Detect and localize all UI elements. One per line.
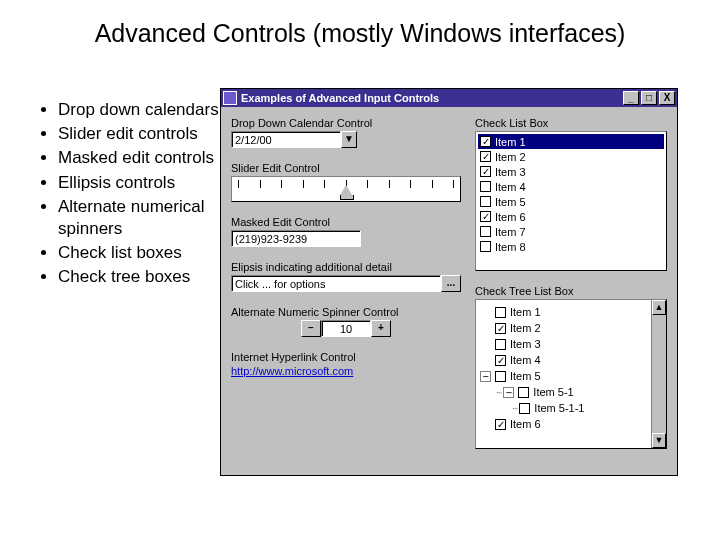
checkbox-icon[interactable]: ✓ bbox=[480, 166, 491, 177]
checklist-item[interactable]: ✓Item 1 bbox=[478, 134, 664, 149]
spinner-section: Alternate Numeric Spinner Control − 10 + bbox=[231, 306, 461, 337]
checklist-item-label: Item 3 bbox=[495, 166, 526, 178]
bullet-item: Check list boxes bbox=[58, 242, 220, 264]
bullet-item: Slider edit controls bbox=[58, 123, 220, 145]
calendar-dropdown-button[interactable]: ▼ bbox=[341, 131, 357, 148]
ellipsis-label: Elipsis indicating additional detail bbox=[231, 261, 461, 273]
checkbox-icon[interactable] bbox=[495, 371, 506, 382]
tree-expander-icon[interactable]: − bbox=[503, 387, 514, 398]
scroll-up-icon[interactable]: ▲ bbox=[652, 300, 666, 315]
checktree-section: Check Tree List Box Item 1✓Item 2Item 3✓… bbox=[475, 285, 667, 449]
tree-connector-icon: ··· bbox=[512, 403, 517, 414]
checklist-item[interactable]: Item 7 bbox=[478, 224, 664, 239]
tree-item[interactable]: ···−Item 5-1 bbox=[480, 384, 662, 400]
calendar-input[interactable]: 2/12/00 bbox=[231, 131, 341, 148]
titlebar[interactable]: Examples of Advanced Input Controls _ □ … bbox=[221, 89, 677, 107]
tree-item-label: Item 1 bbox=[510, 306, 541, 318]
chevron-down-icon: ▼ bbox=[344, 133, 354, 144]
ellipsis-input[interactable]: Click ... for options bbox=[231, 275, 441, 292]
hyperlink-label: Internet Hyperlink Control bbox=[231, 351, 461, 363]
tree-expander-icon[interactable]: − bbox=[480, 371, 491, 382]
window: Examples of Advanced Input Controls _ □ … bbox=[220, 88, 678, 476]
checklist-item-label: Item 2 bbox=[495, 151, 526, 163]
bullet-item: Alternate numerical spinners bbox=[58, 196, 220, 240]
checktree-label: Check Tree List Box bbox=[475, 285, 667, 297]
checklist-item[interactable]: Item 8 bbox=[478, 239, 664, 254]
ellipsis-button[interactable]: ... bbox=[441, 275, 461, 292]
checkbox-icon[interactable]: ✓ bbox=[480, 151, 491, 162]
checklist-item[interactable]: ✓Item 6 bbox=[478, 209, 664, 224]
scrollbar[interactable]: ▲ ▼ bbox=[651, 300, 666, 448]
minimize-button[interactable]: _ bbox=[623, 91, 639, 105]
window-title: Examples of Advanced Input Controls bbox=[241, 92, 623, 104]
tree-item[interactable]: ···Item 5-1-1 bbox=[480, 400, 662, 416]
checkbox-icon[interactable] bbox=[480, 181, 491, 192]
checklist-item-label: Item 5 bbox=[495, 196, 526, 208]
checklist-item[interactable]: Item 4 bbox=[478, 179, 664, 194]
tree-item-label: Item 4 bbox=[510, 354, 541, 366]
tree-item-label: Item 3 bbox=[510, 338, 541, 350]
spinner-plus-button[interactable]: + bbox=[371, 320, 391, 337]
slider-thumb-icon[interactable] bbox=[340, 185, 352, 195]
checklist-item-label: Item 1 bbox=[495, 136, 526, 148]
tree-item[interactable]: −Item 5 bbox=[480, 368, 662, 384]
slide-title: Advanced Controls (mostly Windows interf… bbox=[0, 0, 720, 49]
tree-connector-icon: ··· bbox=[496, 387, 501, 398]
checklist-box[interactable]: ✓Item 1✓Item 2✓Item 3Item 4Item 5✓Item 6… bbox=[475, 131, 667, 271]
ellipsis-section: Elipsis indicating additional detail Cli… bbox=[231, 261, 461, 292]
masked-input[interactable]: (219)923-9239 bbox=[231, 230, 361, 247]
checklist-item[interactable]: Item 5 bbox=[478, 194, 664, 209]
close-button[interactable]: X bbox=[659, 91, 675, 105]
calendar-label: Drop Down Calendar Control bbox=[231, 117, 461, 129]
tree-item-label: Item 5-1 bbox=[533, 386, 573, 398]
checkbox-icon[interactable]: ✓ bbox=[480, 136, 491, 147]
checktree-box[interactable]: Item 1✓Item 2Item 3✓Item 4−Item 5···−Ite… bbox=[475, 299, 667, 449]
hyperlink[interactable]: http://www.microsoft.com bbox=[231, 365, 353, 377]
tree-item[interactable]: ✓Item 6 bbox=[480, 416, 662, 432]
spinner-label: Alternate Numeric Spinner Control bbox=[231, 306, 461, 318]
calendar-section: Drop Down Calendar Control 2/12/00 ▼ bbox=[231, 117, 461, 148]
masked-label: Masked Edit Control bbox=[231, 216, 461, 228]
hyperlink-section: Internet Hyperlink Control http://www.mi… bbox=[231, 351, 461, 377]
bullet-item: Check tree boxes bbox=[58, 266, 220, 288]
checklist-item-label: Item 4 bbox=[495, 181, 526, 193]
checkbox-icon[interactable] bbox=[495, 307, 506, 318]
checkbox-icon[interactable] bbox=[480, 241, 491, 252]
checkbox-icon[interactable] bbox=[480, 196, 491, 207]
bullet-list: Drop down calendarsSlider edit controlsM… bbox=[40, 49, 220, 290]
checklist-item-label: Item 6 bbox=[495, 211, 526, 223]
slider-section: Slider Edit Control bbox=[231, 162, 461, 202]
checkbox-icon[interactable]: ✓ bbox=[495, 419, 506, 430]
bullet-item: Ellipsis controls bbox=[58, 172, 220, 194]
checkbox-icon[interactable] bbox=[480, 226, 491, 237]
checklist-item[interactable]: ✓Item 3 bbox=[478, 164, 664, 179]
checkbox-icon[interactable]: ✓ bbox=[495, 323, 506, 334]
checkbox-icon[interactable] bbox=[495, 339, 506, 350]
maximize-button[interactable]: □ bbox=[641, 91, 657, 105]
checklist-label: Check List Box bbox=[475, 117, 667, 129]
checkbox-icon[interactable]: ✓ bbox=[480, 211, 491, 222]
checkbox-icon[interactable] bbox=[518, 387, 529, 398]
checklist-section: Check List Box ✓Item 1✓Item 2✓Item 3Item… bbox=[475, 117, 667, 271]
tree-item[interactable]: Item 1 bbox=[480, 304, 662, 320]
slider-control[interactable] bbox=[231, 176, 461, 202]
bullet-item: Masked edit controls bbox=[58, 147, 220, 169]
slider-label: Slider Edit Control bbox=[231, 162, 461, 174]
checkbox-icon[interactable]: ✓ bbox=[495, 355, 506, 366]
system-menu-icon[interactable] bbox=[223, 91, 237, 105]
checklist-item-label: Item 7 bbox=[495, 226, 526, 238]
checkbox-icon[interactable] bbox=[519, 403, 530, 414]
spinner-input[interactable]: 10 bbox=[321, 320, 371, 337]
tree-item-label: Item 6 bbox=[510, 418, 541, 430]
tree-item[interactable]: ✓Item 4 bbox=[480, 352, 662, 368]
checklist-item-label: Item 8 bbox=[495, 241, 526, 253]
checklist-item[interactable]: ✓Item 2 bbox=[478, 149, 664, 164]
tree-item-label: Item 5 bbox=[510, 370, 541, 382]
masked-section: Masked Edit Control (219)923-9239 bbox=[231, 216, 461, 247]
tree-item[interactable]: Item 3 bbox=[480, 336, 662, 352]
spinner-minus-button[interactable]: − bbox=[301, 320, 321, 337]
bullet-item: Drop down calendars bbox=[58, 99, 220, 121]
tree-item-label: Item 5-1-1 bbox=[534, 402, 584, 414]
scroll-down-icon[interactable]: ▼ bbox=[652, 433, 666, 448]
tree-item[interactable]: ✓Item 2 bbox=[480, 320, 662, 336]
